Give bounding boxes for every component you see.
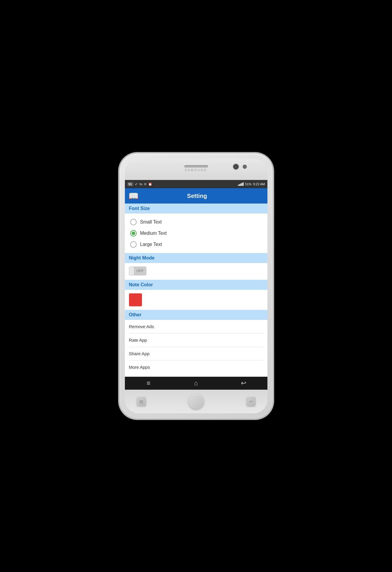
camera-dot bbox=[233, 164, 239, 169]
note-color-swatch[interactable] bbox=[129, 293, 142, 306]
bezel-left-icon: ▤ bbox=[139, 399, 143, 404]
status-bar: 51 ✔ 🛍 ⚙ ⏰ 51% 9:22 AM bbox=[125, 180, 267, 188]
radio-small-text[interactable]: Small Text bbox=[129, 216, 263, 228]
night-mode-toggle-container: OFF bbox=[125, 263, 267, 280]
font-size-header: Font Size bbox=[125, 204, 267, 214]
app-header: 📖 Setting bbox=[125, 188, 267, 204]
camera-area bbox=[233, 164, 247, 169]
bezel-right-button[interactable]: ↩ bbox=[246, 397, 256, 406]
menu-icon: ≡ bbox=[147, 379, 150, 387]
home-icon: ⌂ bbox=[194, 379, 198, 387]
font-size-label: Font Size bbox=[129, 206, 150, 211]
signal-bar-3 bbox=[240, 183, 241, 186]
home-button[interactable]: ⌂ bbox=[187, 377, 205, 390]
font-size-options: Small Text Medium Text Large Text bbox=[125, 214, 267, 253]
bezel-right-icon: ↩ bbox=[249, 399, 253, 404]
radio-large-circle bbox=[130, 241, 137, 248]
brand-label: SAMSUNG bbox=[185, 168, 207, 172]
radio-medium-dot bbox=[132, 232, 135, 235]
battery-level: 51% bbox=[245, 182, 252, 186]
back-button[interactable]: ↩ bbox=[235, 377, 252, 390]
shop-icon: 🛍 bbox=[139, 182, 142, 186]
medium-text-label: Medium Text bbox=[140, 231, 167, 236]
status-left: 51 ✔ 🛍 ⚙ ⏰ bbox=[127, 182, 152, 186]
signal-bars bbox=[238, 182, 244, 186]
large-text-label: Large Text bbox=[140, 242, 162, 247]
radio-medium-circle bbox=[130, 230, 137, 237]
app-icon: 📖 bbox=[128, 191, 139, 201]
rate-app-item[interactable]: Rate App bbox=[125, 333, 267, 347]
app-title: Setting bbox=[142, 193, 252, 199]
back-icon: ↩ bbox=[241, 379, 246, 387]
top-bezel: SAMSUNG bbox=[125, 159, 267, 180]
signal-bar-4 bbox=[242, 183, 242, 186]
speaker bbox=[184, 165, 208, 168]
clipboard-icon: ✔ bbox=[135, 182, 138, 186]
signal-bar-5 bbox=[243, 182, 244, 186]
note-color-container bbox=[125, 290, 267, 310]
bottom-bezel: ▤ ↩ bbox=[125, 390, 267, 413]
note-color-label: Note Color bbox=[129, 282, 153, 287]
night-mode-header: Night Mode bbox=[125, 253, 267, 263]
status-right: 51% 9:22 AM bbox=[238, 182, 265, 186]
phone-device: SAMSUNG 51 ✔ 🛍 ⚙ ⏰ bbox=[120, 153, 273, 419]
alarm-icon: ⏰ bbox=[148, 182, 152, 186]
bezel-home-button[interactable] bbox=[188, 394, 204, 409]
note-color-header: Note Color bbox=[125, 280, 267, 290]
radio-large-text[interactable]: Large Text bbox=[129, 239, 263, 250]
other-label: Other bbox=[129, 312, 142, 317]
bezel-left-button[interactable]: ▤ bbox=[137, 397, 146, 406]
clock: 9:22 AM bbox=[253, 182, 265, 186]
signal-bar-2 bbox=[239, 184, 240, 186]
android-icon: ⚙ bbox=[144, 182, 147, 186]
radio-small-circle bbox=[130, 219, 137, 225]
notification-badge: 51 bbox=[127, 182, 133, 186]
small-text-label: Small Text bbox=[140, 219, 162, 225]
toggle-off-text: OFF bbox=[134, 267, 146, 275]
signal-bar-1 bbox=[238, 185, 239, 186]
bottom-navigation: ≡ ⌂ ↩ bbox=[125, 377, 267, 390]
remove-ads-item[interactable]: Remove Ads bbox=[125, 320, 267, 333]
share-app-item[interactable]: Share App bbox=[125, 347, 267, 360]
menu-button[interactable]: ≡ bbox=[140, 377, 157, 390]
night-mode-toggle[interactable]: OFF bbox=[129, 267, 146, 275]
settings-content: Font Size Small Text Medium Text bbox=[125, 204, 267, 377]
radio-medium-text[interactable]: Medium Text bbox=[129, 228, 263, 239]
toggle-off-indicator bbox=[129, 267, 134, 275]
screen: 51 ✔ 🛍 ⚙ ⏰ 51% 9:22 AM bbox=[125, 180, 267, 390]
more-apps-item[interactable]: More Apps bbox=[125, 361, 267, 374]
camera-dot-small bbox=[243, 165, 247, 169]
night-mode-label: Night Mode bbox=[129, 255, 155, 260]
other-header: Other bbox=[125, 310, 267, 320]
